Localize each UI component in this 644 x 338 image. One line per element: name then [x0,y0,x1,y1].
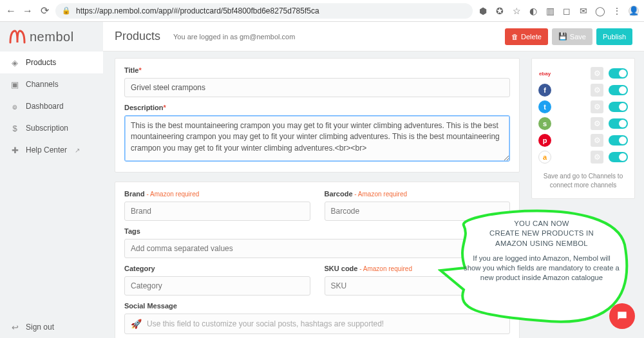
sidebar-label: Products [26,58,56,67]
channel-settings-button[interactable]: ⚙ [591,100,603,113]
channel-row-pinterest: p ⚙ [538,132,628,149]
ext-icon[interactable]: ✪ [495,6,505,16]
channel-row-ebay: ebay ⚙ [538,65,628,82]
sidebar: nembol ◈ Products ▣ Channels ๏ Dashboard… [0,22,103,338]
channel-settings-button[interactable]: ⚙ [591,117,603,130]
social-label: Social Message [124,302,510,310]
tags-input[interactable] [124,239,510,258]
menu-icon[interactable]: ⋮ [612,6,622,16]
ext-icon[interactable]: ◯ [595,6,605,16]
details-panel: Brand - Amazon required Barcode - Amazon… [115,182,520,338]
ext-icon[interactable]: ▥ [545,6,555,16]
description-textarea[interactable] [124,115,510,162]
address-bar[interactable]: 🔒 https://app.nembol.com/app/#/productca… [55,3,473,19]
channel-toggle[interactable] [609,118,628,129]
shopify-icon: s [538,117,551,130]
channel-settings-button[interactable]: ⚙ [591,134,603,147]
brand-input[interactable] [124,202,310,221]
facebook-icon: f [538,84,551,97]
star-icon[interactable]: ☆ [511,6,522,16]
ring-icon: ✚ [10,146,19,155]
sku-input[interactable] [325,276,511,296]
sidebar-item-signout[interactable]: ↩ Sign out [0,316,103,338]
channel-row-facebook: f ⚙ [538,82,628,99]
channel-toggle[interactable] [609,152,628,162]
grid-icon: ▣ [10,80,19,89]
chat-button[interactable] [609,303,635,329]
channel-row-shopify: s ⚙ [538,115,628,132]
title-input[interactable] [124,78,510,97]
category-label: Category [124,265,310,272]
sidebar-label: Help Center [26,146,67,155]
ext-icon[interactable]: ◻ [562,6,572,16]
sidebar-item-channels[interactable]: ▣ Channels [0,73,103,95]
sidebar-item-products[interactable]: ◈ Products [0,52,103,73]
delete-button[interactable]: 🗑 Delete [505,28,548,45]
url-text: https://app.nembol.com/app/#/productcard… [76,6,319,15]
channel-row-twitter: t ⚙ [538,99,628,115]
sidebar-label: Dashboard [26,102,64,111]
sidebar-item-dashboard[interactable]: ๏ Dashboard [0,95,103,117]
dollar-icon: $ [10,124,19,133]
publish-button[interactable]: Publish [596,28,632,45]
channel-settings-button[interactable]: ⚙ [591,67,603,80]
trash-icon: 🗑 [511,33,518,41]
sidebar-label: Sign out [26,323,54,332]
amazon-icon: a [538,151,551,164]
pinterest-icon: p [538,134,551,147]
extension-icons: ⬢ ✪ ☆ ◐ ▥ ◻ ✉ ◯ ⋮ 👤 [478,6,639,16]
gauge-icon: ๏ [10,100,19,113]
logo-mark [9,30,26,44]
forward-button[interactable]: → [22,5,33,17]
channels-panel: ebay ⚙ f ⚙ t ⚙ s ⚙ p ⚙ a ⚙ Save and go t… [531,58,635,199]
save-icon: 💾 [558,32,567,41]
category-input[interactable] [124,276,310,296]
logged-in-as: You are logged in as gm@nembol.com [173,33,295,41]
sidebar-label: Subscription [26,124,68,133]
reload-button[interactable]: ⟳ [39,5,50,17]
diamond-icon: ◈ [10,58,19,68]
rocket-icon: 🚀 [131,319,142,329]
logo: nembol [0,22,103,52]
lock-icon: 🔒 [62,6,71,15]
sidebar-item-subscription[interactable]: $ Subscription [0,117,103,139]
profile-avatar[interactable]: 👤 [629,6,639,16]
description-label: Description* [124,104,510,111]
channel-toggle[interactable] [609,135,628,146]
basic-info-panel: Title* Description* [115,58,520,173]
sidebar-label: Channels [26,80,59,89]
ext-icon[interactable]: ⬢ [478,6,488,16]
channel-toggle[interactable] [609,68,628,79]
logo-text: nembol [30,30,74,44]
channel-toggle[interactable] [609,85,628,95]
channel-settings-button[interactable]: ⚙ [591,151,603,164]
brand-label: Brand - Amazon required [124,190,310,198]
ext-icon[interactable]: ✉ [578,6,589,16]
sku-label: SKU code - Amazon required [325,265,511,272]
title-label: Title* [124,66,510,74]
save-button[interactable]: 💾 Save [552,28,592,45]
barcode-label: Barcode - Amazon required [325,190,511,198]
back-button[interactable]: ← [5,5,17,17]
tags-label: Tags [124,227,510,235]
signout-icon: ↩ [10,323,19,332]
channels-note: Save and go to Channels to connect more … [538,172,628,189]
external-link-icon: ↗ [75,147,80,154]
channel-settings-button[interactable]: ⚙ [591,84,603,97]
ebay-icon: ebay [538,67,551,80]
barcode-input[interactable] [325,202,511,221]
channel-row-amazon: a ⚙ [538,149,628,165]
topbar: Products You are logged in as gm@nembol.… [103,22,644,52]
twitter-icon: t [538,100,551,113]
social-input[interactable]: 🚀 Use this field to customize your socia… [124,314,510,334]
ext-icon[interactable]: ◐ [528,6,538,16]
channel-toggle[interactable] [609,102,628,112]
page-title: Products [115,30,160,43]
sidebar-item-helpcenter[interactable]: ✚ Help Center ↗ [0,139,103,161]
